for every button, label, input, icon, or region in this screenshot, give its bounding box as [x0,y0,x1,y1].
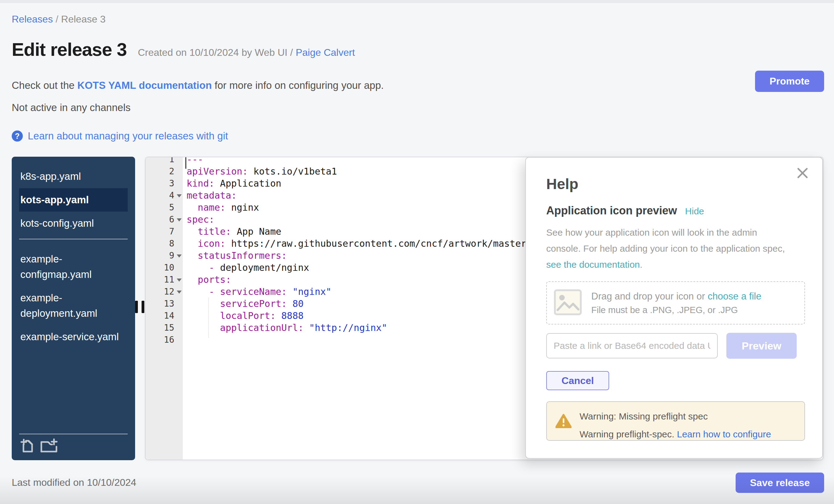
sidebar-divider [19,239,128,239]
hide-link[interactable]: Hide [685,206,704,217]
page-top-strip [0,0,834,3]
image-placeholder-icon [554,289,582,317]
preview-button[interactable]: Preview [726,333,797,359]
code-text: name: nginx [186,201,259,214]
fold-triangle-icon[interactable] [177,218,182,221]
breadcrumb-separator: / [53,14,61,25]
line-number: 8 [146,238,174,249]
line-number: 1 [146,157,174,165]
icon-url-input[interactable] [546,333,718,358]
file-sidebar: k8s-app.yamlkots-app.yamlkots-config.yam… [12,157,135,460]
dropzone-hint: File must be a .PNG, .JPEG, or .JPG [591,305,761,315]
question-circle-icon: ? [12,130,23,141]
drag-bar [141,301,144,313]
icon-dropzone[interactable]: Drag and drop your icon or choose a file… [546,281,805,325]
docs-hint-post: for more info on configuring your app. [212,80,384,91]
line-number: 12 [146,286,174,298]
breadcrumb-releases-link[interactable]: Releases [12,14,53,25]
line-number: 9 [146,249,174,262]
fold-triangle-icon[interactable] [177,290,182,294]
para-line: console. For help adding your icon to th… [546,241,804,257]
dropzone-line: Drag and drop your icon or [591,291,707,302]
section-title: Application icon preview [546,204,677,217]
kots-yaml-docs-link[interactable]: KOTS YAML documentation [78,80,212,91]
warning-triangle-icon [555,414,572,430]
close-icon[interactable] [796,167,809,180]
file-item[interactable]: example-deployment.yaml [12,286,135,325]
docs-hint: Check out the KOTS YAML documentation fo… [12,80,384,91]
para-line: See how your application icon will look … [546,224,804,241]
icon-preview-section-header: Application icon preview Hide [546,204,804,217]
code-text: spec: [186,214,214,225]
dropzone-text: Drag and drop your icon or choose a file… [591,291,761,315]
file-list-top: k8s-app.yamlkots-app.yamlkots-config.yam… [12,165,135,235]
file-item[interactable]: kots-config.yaml [12,212,135,235]
promote-button[interactable]: Promote [755,71,824,92]
created-text: Created on 10/10/2024 by Web UI / [138,47,296,58]
code-text: - deployment/nginx [186,262,309,273]
line-number: 15 [146,322,174,334]
help-panel: Help Application icon preview Hide See h… [525,157,823,459]
file-item[interactable]: k8s-app.yaml [12,165,135,188]
learn-configure-link[interactable]: Learn how to configure [677,429,771,439]
line-number: 5 [146,201,174,214]
help-paragraph: See how your application icon will look … [546,224,804,273]
add-folder-icon[interactable] [40,438,58,453]
code-text: kind: Application [186,177,281,190]
created-author-link[interactable]: Paige Calvert [296,47,355,58]
line-number: 16 [146,334,174,346]
line-number: 2 [146,165,174,177]
indent-guide [208,298,209,338]
title-row: Edit release 3 Created on 10/10/2024 by … [12,39,355,60]
breadcrumb: Releases / Release 3 [12,14,106,25]
choose-file-link[interactable]: choose a file [707,291,761,302]
fold-triangle-icon[interactable] [177,279,182,282]
line-number: 14 [146,310,174,322]
fold-triangle-icon[interactable] [177,194,182,197]
code-text: apiVersion: kots.io/v1beta1 [186,165,337,177]
text-cursor [185,157,186,169]
line-number: 7 [146,225,174,238]
preflight-warning: Warning: Missing preflight spec Warning … [546,401,805,441]
drag-bar [135,301,138,313]
line-number: 4 [146,190,174,201]
code-text: ports: [186,273,231,286]
last-modified: Last modified on 10/10/2024 [12,477,136,488]
code-text: localPort: 8888 [186,310,304,322]
code-text: metadata: [186,190,237,201]
file-item[interactable]: example-configmap.yaml [12,247,135,286]
warning-detail-text: Warning preflight-spec. [579,429,677,439]
line-number: 13 [146,298,174,310]
line-number: 10 [146,262,174,273]
warning-detail: Warning preflight-spec. Learn how to con… [579,429,798,440]
editor-resize-handle[interactable] [135,301,144,313]
para-period: . [640,259,642,269]
code-text: --- [186,157,203,165]
git-help-link[interactable]: Learn about managing your releases with … [28,130,228,142]
file-item[interactable]: kots-app.yaml [19,188,128,212]
git-help-row[interactable]: ? Learn about managing your releases wit… [12,130,228,142]
breadcrumb-current: Release 3 [61,14,106,25]
line-number: 11 [146,273,174,286]
created-info: Created on 10/10/2024 by Web UI / Paige … [138,47,355,58]
add-file-icon[interactable] [20,438,33,453]
code-text: icon: https://raw.githubusercontent.com/… [186,238,532,249]
docs-hint-pre: Check out the [12,80,78,91]
warning-title: Warning: Missing preflight spec [579,411,798,422]
code-text: applicationUrl: "http://nginx" [186,322,387,334]
para-line: see the documentation. [546,257,804,273]
save-release-button[interactable]: Save release [736,473,824,493]
sidebar-footer [19,434,128,460]
see-documentation-link[interactable]: see the documentation [546,259,640,269]
line-number: 3 [146,177,174,190]
cancel-button[interactable]: Cancel [546,371,609,390]
code-text: statusInformers: [186,249,287,262]
file-list-bottom: example-configmap.yamlexample-deployment… [12,247,135,349]
fold-triangle-icon[interactable] [177,255,182,258]
icon-url-row: Preview [546,333,804,359]
help-title: Help [546,176,804,193]
code-text: - serviceName: "nginx" [186,286,332,298]
page-title: Edit release 3 [12,39,127,60]
code-text: servicePort: 80 [186,298,304,310]
file-item[interactable]: example-service.yaml [12,325,135,349]
